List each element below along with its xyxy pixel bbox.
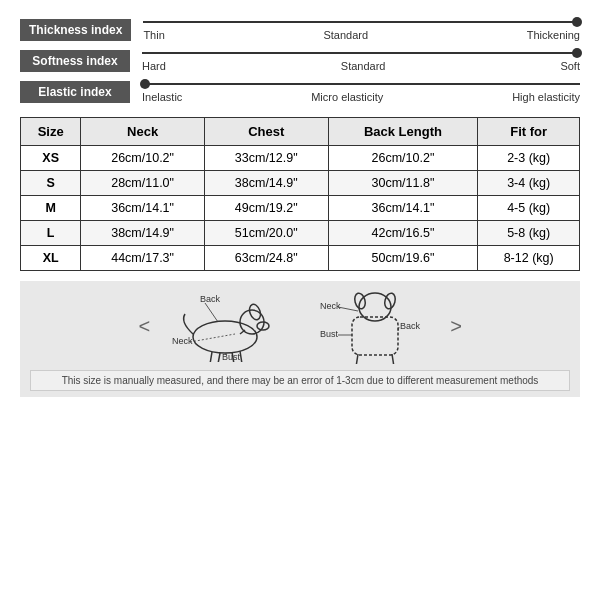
table-header-row: Size Neck Chest Back Length Fit for	[21, 118, 580, 146]
col-fit-for: Fit for	[478, 118, 580, 146]
col-neck: Neck	[81, 118, 205, 146]
thickness-label: Thickness index	[20, 19, 131, 41]
thickness-dot	[572, 17, 582, 27]
elastic-label: Elastic index	[20, 81, 130, 103]
svg-point-0	[193, 321, 257, 353]
table-cell: 8-12 (kg)	[478, 246, 580, 271]
svg-line-3	[210, 352, 212, 362]
thickness-bar	[143, 18, 580, 26]
table-cell: 5-8 (kg)	[478, 221, 580, 246]
svg-rect-15	[352, 317, 398, 355]
table-cell: L	[21, 221, 81, 246]
elastic-scale-labels: Inelastic Micro elasticity High elastici…	[142, 91, 580, 103]
svg-text:Back: Back	[200, 294, 221, 304]
svg-text:Bust: Bust	[320, 329, 339, 339]
table-cell: 50cm/19.6"	[328, 246, 478, 271]
left-arrow[interactable]: <	[138, 315, 150, 338]
table-cell: 51cm/20.0"	[204, 221, 328, 246]
svg-text:Bust: Bust	[222, 352, 241, 362]
table-cell: 33cm/12.9"	[204, 146, 328, 171]
table-row: L38cm/14.9"51cm/20.0"42cm/16.5"5-8 (kg)	[21, 221, 580, 246]
col-chest: Chest	[204, 118, 328, 146]
thickness-row: Thickness index Thin Standard Thickening	[20, 18, 580, 41]
svg-line-10	[205, 303, 218, 322]
svg-line-14	[190, 334, 235, 342]
svg-text:Back: Back	[400, 321, 421, 331]
table-cell: XL	[21, 246, 81, 271]
side-view-diagram: Back Bust Neck	[170, 292, 280, 362]
elastic-dot	[140, 79, 150, 89]
table-body: XS26cm/10.2"33cm/12.9"26cm/10.2"2-3 (kg)…	[21, 146, 580, 271]
table-cell: 42cm/16.5"	[328, 221, 478, 246]
table-cell: 2-3 (kg)	[478, 146, 580, 171]
table-cell: 30cm/11.8"	[328, 171, 478, 196]
svg-point-7	[248, 302, 263, 320]
elastic-line	[142, 83, 580, 85]
table-row: S28cm/11.0"38cm/14.9"30cm/11.8"3-4 (kg)	[21, 171, 580, 196]
table-row: XL44cm/17.3"63cm/24.8"50cm/19.6"8-12 (kg…	[21, 246, 580, 271]
table-cell: 63cm/24.8"	[204, 246, 328, 271]
table-cell: 3-4 (kg)	[478, 171, 580, 196]
table-cell: 44cm/17.3"	[81, 246, 205, 271]
svg-line-4	[218, 353, 220, 362]
table-cell: 36cm/14.1"	[81, 196, 205, 221]
softness-bar	[142, 49, 580, 57]
table-cell: 49cm/19.2"	[204, 196, 328, 221]
svg-line-20	[392, 354, 394, 364]
svg-text:Neck: Neck	[172, 336, 193, 346]
side-dog-svg: Back Bust Neck	[170, 292, 280, 362]
table-cell: S	[21, 171, 81, 196]
dog-diagrams: Back Bust Neck	[170, 289, 430, 364]
main-container: Thickness index Thin Standard Thickening…	[0, 0, 600, 600]
svg-line-19	[356, 354, 358, 364]
elastic-bar	[142, 80, 580, 88]
col-size: Size	[21, 118, 81, 146]
table-cell: 36cm/14.1"	[328, 196, 478, 221]
indices-section: Thickness index Thin Standard Thickening…	[20, 18, 580, 103]
softness-scale-labels: Hard Standard Soft	[142, 60, 580, 72]
table-row: XS26cm/10.2"33cm/12.9"26cm/10.2"2-3 (kg)	[21, 146, 580, 171]
table-cell: 26cm/10.2"	[328, 146, 478, 171]
svg-text:Neck: Neck	[320, 301, 341, 311]
col-back-length: Back Length	[328, 118, 478, 146]
table-cell: 26cm/10.2"	[81, 146, 205, 171]
thickness-line	[143, 21, 580, 23]
svg-line-22	[338, 307, 358, 311]
table-row: M36cm/14.1"49cm/19.2"36cm/14.1"4-5 (kg)	[21, 196, 580, 221]
diagram-section: <	[20, 281, 580, 397]
table-cell: 28cm/11.0"	[81, 171, 205, 196]
svg-line-6	[240, 351, 242, 362]
note-text: This size is manually measured, and ther…	[30, 370, 570, 391]
table-cell: 38cm/14.9"	[204, 171, 328, 196]
softness-label: Softness index	[20, 50, 130, 72]
table-cell: M	[21, 196, 81, 221]
size-table: Size Neck Chest Back Length Fit for XS26…	[20, 117, 580, 271]
table-cell: XS	[21, 146, 81, 171]
thickness-scale-labels: Thin Standard Thickening	[143, 29, 580, 41]
softness-line	[142, 52, 580, 54]
elastic-scale: Inelastic Micro elasticity High elastici…	[142, 80, 580, 103]
softness-dot	[572, 48, 582, 58]
front-view-diagram: Neck Bust Back	[320, 289, 430, 364]
diagram-row: <	[30, 289, 570, 364]
table-cell: 4-5 (kg)	[478, 196, 580, 221]
softness-scale: Hard Standard Soft	[142, 49, 580, 72]
right-arrow[interactable]: >	[450, 315, 462, 338]
elastic-row: Elastic index Inelastic Micro elasticity…	[20, 80, 580, 103]
front-dog-svg: Neck Bust Back	[320, 289, 430, 364]
thickness-scale: Thin Standard Thickening	[143, 18, 580, 41]
softness-row: Softness index Hard Standard Soft	[20, 49, 580, 72]
table-cell: 38cm/14.9"	[81, 221, 205, 246]
